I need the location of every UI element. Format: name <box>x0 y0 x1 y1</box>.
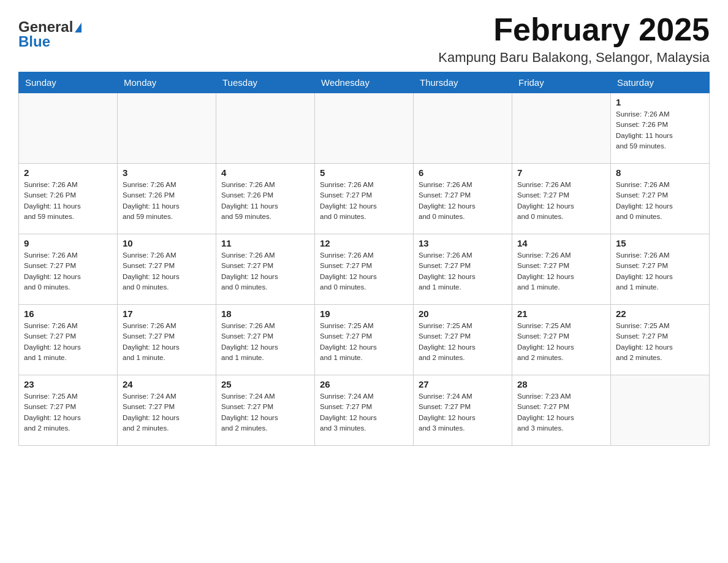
day-info: Sunrise: 7:24 AM Sunset: 7:27 PM Dayligh… <box>123 391 211 434</box>
day-number: 16 <box>24 308 112 319</box>
calendar-cell: 21Sunrise: 7:25 AM Sunset: 7:27 PM Dayli… <box>512 305 611 375</box>
day-info: Sunrise: 7:26 AM Sunset: 7:27 PM Dayligh… <box>616 180 704 222</box>
day-info: Sunrise: 7:25 AM Sunset: 7:27 PM Dayligh… <box>616 321 704 363</box>
day-info: Sunrise: 7:26 AM Sunset: 7:27 PM Dayligh… <box>123 321 211 363</box>
day-info: Sunrise: 7:26 AM Sunset: 7:27 PM Dayligh… <box>320 250 408 293</box>
day-info: Sunrise: 7:26 AM Sunset: 7:27 PM Dayligh… <box>616 250 704 293</box>
day-number: 23 <box>24 379 112 389</box>
day-number: 15 <box>616 238 704 248</box>
calendar-cell: 13Sunrise: 7:26 AM Sunset: 7:27 PM Dayli… <box>414 234 512 305</box>
calendar-cell: 22Sunrise: 7:25 AM Sunset: 7:27 PM Dayli… <box>611 305 710 375</box>
day-info: Sunrise: 7:26 AM Sunset: 7:26 PM Dayligh… <box>24 180 112 222</box>
header: General Blue February 2025 Kampung Baru … <box>18 12 710 66</box>
calendar-cell <box>512 93 611 164</box>
calendar-cell <box>414 93 512 164</box>
day-info: Sunrise: 7:26 AM Sunset: 7:27 PM Dayligh… <box>24 250 112 293</box>
calendar-cell: 14Sunrise: 7:26 AM Sunset: 7:27 PM Dayli… <box>512 234 611 305</box>
calendar: SundayMondayTuesdayWednesdayThursdayFrid… <box>18 72 710 446</box>
day-number: 14 <box>517 238 605 248</box>
calendar-cell: 19Sunrise: 7:25 AM Sunset: 7:27 PM Dayli… <box>315 305 414 375</box>
logo-blue-text: Blue <box>18 33 50 50</box>
day-number: 9 <box>24 238 112 248</box>
calendar-cell: 9Sunrise: 7:26 AM Sunset: 7:27 PM Daylig… <box>19 234 118 305</box>
calendar-cell: 28Sunrise: 7:23 AM Sunset: 7:27 PM Dayli… <box>512 375 611 446</box>
week-row-2: 2Sunrise: 7:26 AM Sunset: 7:26 PM Daylig… <box>19 164 710 234</box>
calendar-cell: 11Sunrise: 7:26 AM Sunset: 7:27 PM Dayli… <box>216 234 315 305</box>
day-number: 10 <box>123 238 211 248</box>
day-number: 18 <box>221 308 309 319</box>
day-number: 7 <box>517 167 605 178</box>
calendar-cell: 18Sunrise: 7:26 AM Sunset: 7:27 PM Dayli… <box>216 305 315 375</box>
day-number: 20 <box>419 308 507 319</box>
day-number: 13 <box>419 238 507 248</box>
calendar-cell: 12Sunrise: 7:26 AM Sunset: 7:27 PM Dayli… <box>315 234 414 305</box>
day-info: Sunrise: 7:25 AM Sunset: 7:27 PM Dayligh… <box>24 391 112 434</box>
day-number: 3 <box>123 167 211 178</box>
calendar-cell: 1Sunrise: 7:26 AM Sunset: 7:26 PM Daylig… <box>611 93 710 164</box>
calendar-cell: 10Sunrise: 7:26 AM Sunset: 7:27 PM Dayli… <box>118 234 216 305</box>
week-row-1: 1Sunrise: 7:26 AM Sunset: 7:26 PM Daylig… <box>19 93 710 164</box>
calendar-cell: 27Sunrise: 7:24 AM Sunset: 7:27 PM Dayli… <box>414 375 512 446</box>
day-number: 24 <box>123 379 211 389</box>
day-info: Sunrise: 7:25 AM Sunset: 7:27 PM Dayligh… <box>419 321 507 363</box>
logo: General Blue <box>18 12 82 50</box>
calendar-cell: 15Sunrise: 7:26 AM Sunset: 7:27 PM Dayli… <box>611 234 710 305</box>
calendar-cell: 3Sunrise: 7:26 AM Sunset: 7:26 PM Daylig… <box>118 164 216 234</box>
day-number: 22 <box>616 308 704 319</box>
weekday-header-thursday: Thursday <box>414 72 512 93</box>
title-area: February 2025 Kampung Baru Balakong, Sel… <box>438 12 710 66</box>
calendar-cell: 25Sunrise: 7:24 AM Sunset: 7:27 PM Dayli… <box>216 375 315 446</box>
day-number: 25 <box>221 379 309 389</box>
day-info: Sunrise: 7:26 AM Sunset: 7:27 PM Dayligh… <box>517 250 605 293</box>
day-number: 11 <box>221 238 309 248</box>
day-number: 2 <box>24 167 112 178</box>
day-number: 8 <box>616 167 704 178</box>
calendar-cell <box>315 93 414 164</box>
day-number: 21 <box>517 308 605 319</box>
calendar-cell: 7Sunrise: 7:26 AM Sunset: 7:27 PM Daylig… <box>512 164 611 234</box>
weekday-header-wednesday: Wednesday <box>315 72 414 93</box>
day-info: Sunrise: 7:24 AM Sunset: 7:27 PM Dayligh… <box>419 391 507 434</box>
week-row-3: 9Sunrise: 7:26 AM Sunset: 7:27 PM Daylig… <box>19 234 710 305</box>
weekday-header-row: SundayMondayTuesdayWednesdayThursdayFrid… <box>19 72 710 93</box>
day-info: Sunrise: 7:26 AM Sunset: 7:26 PM Dayligh… <box>221 180 309 222</box>
calendar-cell: 8Sunrise: 7:26 AM Sunset: 7:27 PM Daylig… <box>611 164 710 234</box>
day-info: Sunrise: 7:26 AM Sunset: 7:27 PM Dayligh… <box>123 250 211 293</box>
calendar-cell: 17Sunrise: 7:26 AM Sunset: 7:27 PM Dayli… <box>118 305 216 375</box>
day-info: Sunrise: 7:25 AM Sunset: 7:27 PM Dayligh… <box>517 321 605 363</box>
calendar-cell: 20Sunrise: 7:25 AM Sunset: 7:27 PM Dayli… <box>414 305 512 375</box>
calendar-cell <box>216 93 315 164</box>
calendar-cell: 6Sunrise: 7:26 AM Sunset: 7:27 PM Daylig… <box>414 164 512 234</box>
day-number: 12 <box>320 238 408 248</box>
calendar-cell: 5Sunrise: 7:26 AM Sunset: 7:27 PM Daylig… <box>315 164 414 234</box>
calendar-cell: 16Sunrise: 7:26 AM Sunset: 7:27 PM Dayli… <box>19 305 118 375</box>
month-title: February 2025 <box>438 12 710 47</box>
calendar-cell: 4Sunrise: 7:26 AM Sunset: 7:26 PM Daylig… <box>216 164 315 234</box>
calendar-cell: 23Sunrise: 7:25 AM Sunset: 7:27 PM Dayli… <box>19 375 118 446</box>
day-number: 27 <box>419 379 507 389</box>
location-subtitle: Kampung Baru Balakong, Selangor, Malaysi… <box>438 50 710 66</box>
weekday-header-sunday: Sunday <box>19 72 118 93</box>
logo-triangle-icon <box>75 23 82 33</box>
day-number: 4 <box>221 167 309 178</box>
calendar-cell <box>19 93 118 164</box>
day-info: Sunrise: 7:26 AM Sunset: 7:27 PM Dayligh… <box>419 180 507 222</box>
weekday-header-tuesday: Tuesday <box>216 72 315 93</box>
day-info: Sunrise: 7:26 AM Sunset: 7:27 PM Dayligh… <box>419 250 507 293</box>
calendar-cell: 2Sunrise: 7:26 AM Sunset: 7:26 PM Daylig… <box>19 164 118 234</box>
day-info: Sunrise: 7:26 AM Sunset: 7:26 PM Dayligh… <box>123 180 211 222</box>
day-info: Sunrise: 7:24 AM Sunset: 7:27 PM Dayligh… <box>221 391 309 434</box>
day-number: 28 <box>517 379 605 389</box>
week-row-5: 23Sunrise: 7:25 AM Sunset: 7:27 PM Dayli… <box>19 375 710 446</box>
day-info: Sunrise: 7:23 AM Sunset: 7:27 PM Dayligh… <box>517 391 605 434</box>
calendar-cell <box>118 93 216 164</box>
calendar-cell: 26Sunrise: 7:24 AM Sunset: 7:27 PM Dayli… <box>315 375 414 446</box>
day-info: Sunrise: 7:26 AM Sunset: 7:27 PM Dayligh… <box>517 180 605 222</box>
weekday-header-friday: Friday <box>512 72 611 93</box>
day-info: Sunrise: 7:26 AM Sunset: 7:26 PM Dayligh… <box>616 109 704 151</box>
weekday-header-monday: Monday <box>118 72 216 93</box>
calendar-cell: 24Sunrise: 7:24 AM Sunset: 7:27 PM Dayli… <box>118 375 216 446</box>
day-info: Sunrise: 7:26 AM Sunset: 7:27 PM Dayligh… <box>221 321 309 363</box>
day-info: Sunrise: 7:24 AM Sunset: 7:27 PM Dayligh… <box>320 391 408 434</box>
day-info: Sunrise: 7:26 AM Sunset: 7:27 PM Dayligh… <box>320 180 408 222</box>
